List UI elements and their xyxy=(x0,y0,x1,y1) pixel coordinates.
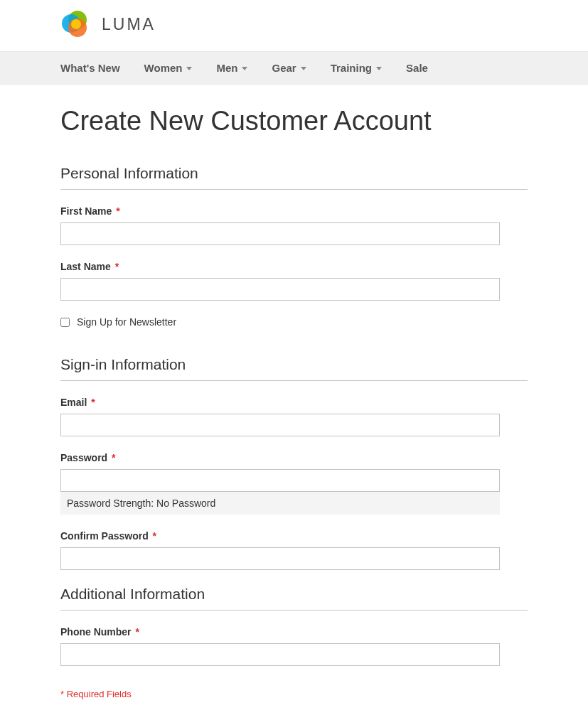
required-mark: * xyxy=(153,530,156,542)
page-title: Create New Customer Account xyxy=(60,106,528,136)
nav-item-men[interactable]: Men xyxy=(216,52,259,84)
nav-label: Men xyxy=(216,62,237,74)
label-text: First Name xyxy=(60,205,112,217)
field-last-name: Last Name * xyxy=(60,261,500,301)
label-password: Password * xyxy=(60,452,500,463)
chevron-down-icon xyxy=(242,67,247,70)
nav-label: What's New xyxy=(60,62,120,74)
label-text: Confirm Password xyxy=(60,530,149,542)
label-text: Phone Number xyxy=(60,626,132,638)
chevron-down-icon xyxy=(186,67,192,70)
label-text: Last Name xyxy=(60,261,111,272)
nav-label: Gear xyxy=(272,62,296,74)
field-first-name: First Name * xyxy=(60,205,500,245)
password-input[interactable] xyxy=(60,469,500,492)
required-mark: * xyxy=(116,205,119,217)
label-text: Password xyxy=(60,452,107,463)
nav-item-gear[interactable]: Gear xyxy=(272,52,317,84)
nav-item-sale[interactable]: Sale xyxy=(406,52,439,84)
password-strength-meter: Password Strength: No Password xyxy=(60,492,500,515)
password-strength-prefix: Password Strength: xyxy=(67,498,156,509)
label-newsletter: Sign Up for Newsletter xyxy=(77,316,176,328)
phone-input[interactable] xyxy=(60,643,500,666)
chevron-down-icon xyxy=(301,67,306,70)
email-input[interactable] xyxy=(60,414,500,436)
label-confirm-password: Confirm Password * xyxy=(60,530,500,542)
nav-label: Training xyxy=(331,62,372,74)
required-fields-note: * Required Fields xyxy=(60,689,528,699)
nav-label: Women xyxy=(144,62,183,74)
field-email: Email * xyxy=(60,397,500,436)
legend-additional: Additional Information xyxy=(60,586,528,611)
label-email: Email * xyxy=(60,397,500,408)
field-password: Password * xyxy=(60,452,500,492)
main-nav: What's New Women Men Gear Training Sale xyxy=(0,51,588,85)
nav-label: Sale xyxy=(406,62,428,74)
legend-personal: Personal Information xyxy=(60,165,528,190)
nav-item-women[interactable]: Women xyxy=(144,52,204,84)
first-name-input[interactable] xyxy=(60,222,500,245)
svg-point-3 xyxy=(71,19,81,29)
required-mark: * xyxy=(115,261,119,272)
logo[interactable]: LUMA xyxy=(60,9,528,40)
legend-signin: Sign-in Information xyxy=(60,356,528,381)
field-confirm-password: Confirm Password * xyxy=(60,530,500,570)
label-last-name: Last Name * xyxy=(60,261,500,272)
password-strength-value: No Password xyxy=(156,498,215,509)
nav-item-training[interactable]: Training xyxy=(331,52,393,84)
required-mark: * xyxy=(112,452,115,463)
label-phone: Phone Number * xyxy=(60,626,500,638)
label-first-name: First Name * xyxy=(60,205,500,217)
logo-icon xyxy=(60,9,92,40)
fieldset-signin: Sign-in Information Email * Password * P… xyxy=(60,356,528,570)
chevron-down-icon xyxy=(376,67,382,70)
label-text: Email xyxy=(60,397,87,408)
required-mark: * xyxy=(91,397,95,408)
logo-text: LUMA xyxy=(102,15,156,34)
field-phone: Phone Number * xyxy=(60,626,500,666)
fieldset-personal: Personal Information First Name * Last N… xyxy=(60,165,528,328)
fieldset-additional: Additional Information Phone Number * xyxy=(60,586,528,666)
field-newsletter: Sign Up for Newsletter xyxy=(60,316,528,328)
newsletter-checkbox[interactable] xyxy=(60,318,70,327)
required-mark: * xyxy=(135,626,139,638)
last-name-input[interactable] xyxy=(60,278,500,301)
nav-item-whats-new[interactable]: What's New xyxy=(60,52,132,84)
confirm-password-input[interactable] xyxy=(60,547,500,570)
nav-list: What's New Women Men Gear Training Sale xyxy=(60,52,528,84)
